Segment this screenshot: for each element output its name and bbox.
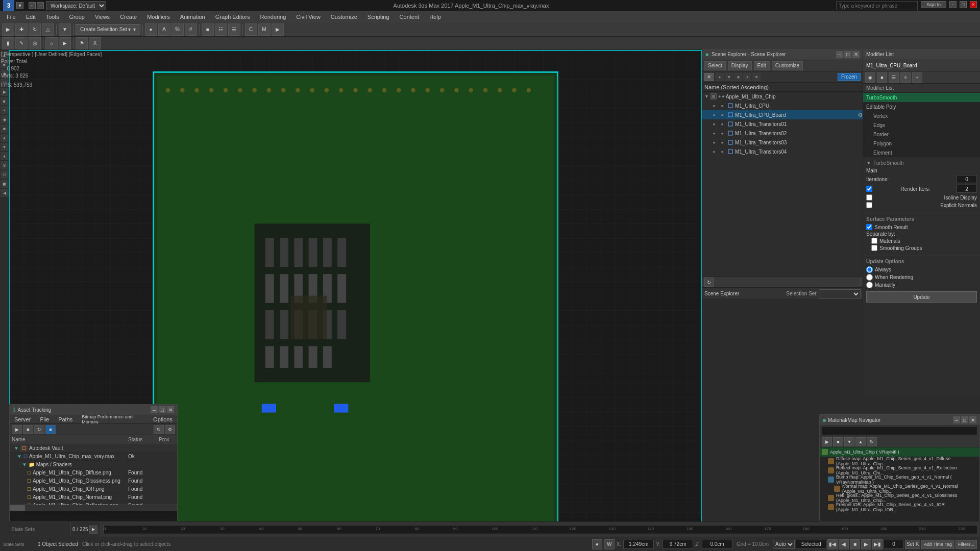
at-btn-2[interactable]: ■ (23, 425, 33, 434)
uo-rendering-radio[interactable] (866, 274, 873, 281)
se-item-trans01[interactable]: ● ● M1_Ultra_Transitors01 (702, 119, 863, 129)
layer-btn[interactable]: ☷ (215, 23, 227, 36)
maximize-btn[interactable]: □ (960, 1, 967, 8)
se-maximize-btn[interactable]: □ (844, 51, 851, 58)
ts-render-iters-cb[interactable] (866, 186, 872, 192)
se-item-trans02[interactable]: ● ● M1_Ultra_Transitors02 (702, 129, 863, 138)
mn-btn-5[interactable]: ↻ (867, 437, 877, 446)
paint-btn[interactable]: ✎ (15, 37, 28, 49)
ts-render-iters-input[interactable] (957, 185, 977, 193)
mod-item-editpoly[interactable]: Editable Poly (863, 102, 980, 111)
ribbon-btn[interactable]: ☰ (228, 23, 240, 36)
ts-explicit-normals-cb[interactable] (866, 202, 872, 208)
sp-materials-cb[interactable] (871, 238, 877, 244)
spinner-snap-btn[interactable]: # (185, 23, 197, 36)
z-coord-input[interactable] (702, 540, 732, 549)
quick-access-btn[interactable]: ▼ (16, 2, 23, 9)
se-filter-btn-1[interactable]: ▲ (716, 73, 724, 81)
menu-graph-editors[interactable]: Graph Editors (211, 12, 255, 21)
ts-iter-input[interactable]: 0 (957, 175, 977, 183)
light-btn[interactable]: ☼ (45, 37, 58, 49)
at-row-maxfile[interactable]: ▼ ☐ Apple_M1_Ultra_Chip_max_vray.max Ok (10, 453, 177, 461)
mp-pin-btn[interactable]: ◉ (865, 72, 875, 83)
se-filter-btn-5[interactable]: ■ (752, 73, 761, 81)
left-tool-13[interactable]: ☢ (1, 161, 9, 169)
at-close-btn[interactable]: ✕ (167, 406, 174, 413)
uo-always-radio[interactable] (866, 266, 873, 273)
play-next-btn[interactable]: ▶▮ (872, 539, 883, 549)
at-menu-paths[interactable]: Paths (56, 416, 75, 423)
mp-cfg-btn[interactable]: ⚛ (900, 72, 911, 83)
xyz-btn[interactable]: X (89, 37, 101, 49)
mod-item-element[interactable]: Element (863, 148, 980, 157)
at-row-ior[interactable]: ☐ Apple_M1_Ultra_Chip_IOR.png Found (10, 485, 177, 493)
mp-lock-btn[interactable]: ■ (877, 72, 887, 83)
left-tool-12[interactable]: ♦ (1, 152, 9, 160)
at-menu-bitmap[interactable]: Bitmap Performance and Memory (79, 414, 146, 425)
mn-input[interactable]: Apple_M1_Ultra_Chip ( VRayMtl ) (822, 426, 977, 435)
se-edit-btn[interactable]: Edit (754, 61, 770, 70)
left-tool-9[interactable]: ☻ (1, 124, 9, 133)
undo-btn[interactable]: ← (29, 2, 36, 9)
snap-btn[interactable]: ● (145, 23, 157, 36)
at-row-glossiness[interactable]: ☐ Apple_M1_Ultra_Chip_Glossiness.png Fou… (10, 477, 177, 485)
left-tool-6[interactable]: ■ (1, 97, 9, 105)
mn-item-reflect[interactable]: Reflect map: Apple_M1_Chip_Series_geo_4_… (820, 466, 979, 475)
mn-btn-2[interactable]: ■ (833, 437, 843, 446)
magnet-btn[interactable]: ⚑ (76, 37, 88, 49)
se-item-cpu[interactable]: ● ● M1_Ultra_CPU (702, 101, 863, 110)
sp-smoothing-cb[interactable] (871, 245, 877, 251)
se-filter-btn-2[interactable]: ■ (725, 73, 733, 81)
se-bottom-refresh-btn[interactable]: ↻ (704, 278, 714, 287)
mod-item-edge[interactable]: Edge (863, 120, 980, 130)
se-customize-btn[interactable]: Customize (772, 61, 803, 70)
set-key-input[interactable] (905, 540, 920, 549)
left-tool-10[interactable]: ▲ (1, 134, 9, 142)
coord-world-btn[interactable]: W (604, 539, 615, 549)
left-tool-8[interactable]: ◆ (1, 115, 9, 123)
align-btn[interactable]: ■ (202, 23, 214, 36)
at-btn-refresh[interactable]: ↻ (154, 425, 164, 434)
mn-btn-3[interactable]: ▼ (844, 437, 854, 446)
frame-input[interactable] (884, 540, 904, 549)
mn-btn-4[interactable]: ▲ (855, 437, 866, 446)
uo-manually-radio[interactable] (866, 282, 873, 288)
se-display-btn[interactable]: Display (728, 61, 752, 70)
workspace-select[interactable]: Workspace: Default (46, 1, 106, 10)
close-btn[interactable]: ✕ (970, 1, 977, 8)
menu-civil-view[interactable]: Civil View (291, 12, 325, 21)
left-tool-5[interactable]: ▶ (1, 88, 9, 96)
sign-in-btn[interactable]: Sign In (921, 1, 946, 8)
lasso-btn[interactable]: ◎ (29, 37, 41, 49)
sel-mode-btn[interactable]: ▮ (2, 37, 14, 49)
scale-btn[interactable]: △ (42, 23, 54, 36)
menu-help[interactable]: Help (425, 12, 446, 21)
se-filter-x-btn[interactable]: ✕ (704, 73, 714, 81)
mp-add-btn[interactable]: + (912, 72, 922, 83)
at-menu-file[interactable]: File (37, 416, 52, 423)
se-item-chip-group[interactable]: ▼ ● ● Apple_M1_Ultra_Chip (702, 92, 863, 101)
angle-snap-btn[interactable]: A (158, 23, 170, 36)
mn-item-bump[interactable]: Bump map: Apple_M1_Chip_Series_geo_4_v1_… (820, 475, 979, 484)
se-item-cpu-board[interactable]: ● ● M1_Ultra_CPU_Board ⚙ (702, 110, 863, 119)
minimize-btn[interactable]: – (949, 1, 957, 8)
menu-modifiers[interactable]: Modifiers (142, 12, 175, 21)
mn-item-diffuse[interactable]: Diffuse map: Apple_M1_Chip_Series_geo_4_… (820, 457, 979, 466)
rotate-btn[interactable]: ↻ (29, 23, 41, 36)
timeline-track[interactable]: 0 10 20 30 40 50 60 70 80 90 100 110 120… (103, 525, 978, 534)
camera-btn[interactable]: ▶ (59, 37, 71, 49)
play-back-btn[interactable]: ◀ (839, 539, 849, 549)
menu-views[interactable]: Views (90, 12, 114, 21)
se-minimize-btn[interactable]: – (836, 51, 843, 58)
mn-btn-1[interactable]: ▶ (822, 437, 832, 446)
at-maximize-btn[interactable]: □ (159, 406, 166, 413)
left-tool-16[interactable]: ◀ (1, 189, 9, 197)
at-menu-server[interactable]: Server (12, 416, 33, 423)
mn-close-btn[interactable]: ✕ (969, 416, 976, 423)
mn-item-main-mat[interactable]: Apple_M1_Ultra_Chip ( VRayMtl ) (820, 447, 979, 457)
at-btn-settings[interactable]: ⚙ (165, 425, 175, 434)
sel-set-dropdown[interactable] (820, 289, 861, 298)
at-row-vault[interactable]: ▼ ☐ Autodesk Vault (10, 444, 177, 453)
se-item-trans03[interactable]: ● ● M1_Ultra_Transitors03 (702, 138, 863, 147)
coord-lock-btn[interactable]: ● (592, 539, 602, 549)
